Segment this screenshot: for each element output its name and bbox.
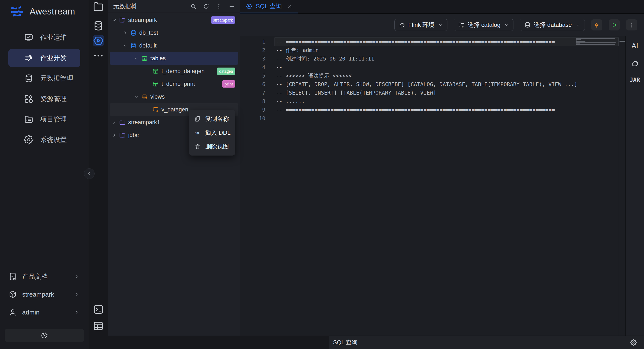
line-number: 2 <box>240 46 265 55</box>
sidebar-item-settings[interactable]: 系统设置 <box>8 131 80 149</box>
tree-item-badge: datagen <box>217 68 235 75</box>
app-logo: Awestream <box>10 6 75 17</box>
chevron-right-icon[interactable] <box>122 30 128 35</box>
code-line[interactable]: -- =====================================… <box>276 106 619 114</box>
sidebar: Awestream 作业运维作业开发元数据管理资源管理项目管理系统设置 产品文档… <box>0 0 89 349</box>
svg-text:c: c <box>462 25 463 28</box>
chevron-right-icon <box>74 292 79 297</box>
rail-terminal-button[interactable] <box>93 304 104 315</box>
tree-item-label: tables <box>150 55 166 62</box>
catalog-folder-icon: c <box>458 22 465 28</box>
gear-icon <box>24 135 34 144</box>
tree-item-t_demo_print[interactable]: t_demo_printprint <box>110 78 238 90</box>
rail-more-button[interactable] <box>93 50 104 61</box>
table-icon <box>152 68 159 75</box>
sidebar-item-resources[interactable]: 资源管理 <box>8 90 80 108</box>
ai-panel-button[interactable]: AI <box>632 42 638 50</box>
catalog-folder-icon: c <box>119 132 126 139</box>
code-line[interactable]: -- [CREATE, DROP, ALTER, SHOW, DESCRIBE]… <box>276 80 619 89</box>
sql-icon: SQL <box>194 130 201 136</box>
tab-sql-query[interactable]: SQL 查询 <box>240 0 298 14</box>
sidebar-item-job-ops[interactable]: 作业运维 <box>8 28 80 47</box>
code-line[interactable]: -- =====================================… <box>274 38 619 46</box>
sidebar-collapse-button[interactable] <box>84 168 94 179</box>
code-line[interactable]: -- 作者: admin <box>276 46 619 55</box>
rail-metadata-button[interactable] <box>93 20 104 32</box>
chevron-down-icon[interactable] <box>112 18 117 23</box>
theme-toggle-button[interactable] <box>5 329 84 342</box>
main-area: SQL 查询 Flink 环境c选择 catalog选择 database 12… <box>240 0 644 335</box>
code-line[interactable]: -- >>>>>> 语法提示 <<<<<< <box>276 72 619 80</box>
tree-item-db_test[interactable]: db_test <box>110 27 238 39</box>
chevron-left-icon <box>86 171 92 177</box>
more-button[interactable] <box>626 20 637 31</box>
context-menu-item-delete-view[interactable]: 删除视图 <box>189 140 235 153</box>
tree-item-default[interactable]: default <box>110 39 238 52</box>
catalog-dropdown[interactable]: c选择 catalog <box>454 19 514 31</box>
sidebar-item-metadata[interactable]: 元数据管理 <box>8 69 80 88</box>
copy-icon <box>194 116 201 122</box>
tab-label: SQL 查询 <box>256 2 282 11</box>
line-number: 5 <box>240 72 265 80</box>
flink-env-dropdown[interactable]: Flink 环境 <box>394 19 448 31</box>
flink-panel-button[interactable] <box>631 59 639 67</box>
tree-item-t_demo_datagen[interactable]: t_demo_datagendatagen <box>110 65 238 78</box>
tree-item-tables[interactable]: tables <box>110 52 238 65</box>
sidebar-item-projects[interactable]: 项目管理 <box>8 110 80 129</box>
tree-more-button[interactable] <box>216 3 222 10</box>
chevron-right-icon[interactable] <box>112 133 117 138</box>
context-menu-item-copy-name[interactable]: 复制名称 <box>189 112 235 126</box>
sql-editor[interactable]: 12345678910 -- =========================… <box>240 36 644 335</box>
database-icon <box>524 22 531 28</box>
code-line[interactable] <box>276 114 619 123</box>
tree-minimize-button[interactable] <box>228 3 235 10</box>
lightning-button[interactable] <box>591 20 602 31</box>
chevron-right-icon[interactable] <box>112 120 117 125</box>
svg-text:c: c <box>122 136 124 138</box>
tree-refresh-button[interactable] <box>203 3 209 10</box>
context-menu-item-insert-ddl[interactable]: SQL插入 DDL <box>189 126 235 140</box>
view-icon <box>152 106 159 113</box>
rail-results-button[interactable] <box>93 320 104 332</box>
line-number: 7 <box>240 89 265 97</box>
code-line[interactable]: -- [SELECT, INSERT] [TABLE(TEMPORARY TAB… <box>276 89 619 97</box>
close-icon[interactable] <box>287 4 292 9</box>
minimap-line <box>576 44 615 45</box>
lightning-icon <box>594 22 600 28</box>
sidebar-footer-item-docs[interactable]: 产品文档 <box>0 268 88 285</box>
tree-search-button[interactable] <box>190 3 196 10</box>
database-dropdown[interactable]: 选择 database <box>520 19 585 31</box>
chevron-down-icon[interactable] <box>134 94 139 99</box>
minimap-line <box>576 41 586 42</box>
catalog-folder-icon: c <box>119 17 126 24</box>
tree-item-views[interactable]: views <box>110 90 238 103</box>
code-line[interactable]: -- <box>276 63 619 72</box>
kebab-icon <box>628 22 635 28</box>
line-number: 8 <box>240 97 265 106</box>
editor-code[interactable]: -- =====================================… <box>272 38 619 123</box>
scrollbar-thumb[interactable] <box>620 41 625 42</box>
trash-icon <box>194 143 201 150</box>
sidebar-item-job-dev[interactable]: 作业开发 <box>8 49 80 67</box>
minimap-line <box>576 38 615 39</box>
circuit-icon <box>24 53 34 63</box>
sidebar-footer-label: admin <box>22 309 40 316</box>
sidebar-footer-item-streampark[interactable]: streampark <box>0 285 88 303</box>
jar-panel-button[interactable]: JAR <box>630 77 640 83</box>
editor-scrollbar[interactable] <box>619 36 626 335</box>
chevron-down-icon[interactable] <box>122 43 128 48</box>
rail-sql-dev-button[interactable] <box>93 35 104 47</box>
database-icon <box>24 74 34 83</box>
code-line[interactable]: -- ...... <box>276 97 619 106</box>
chevron-down-icon[interactable] <box>134 56 139 61</box>
tree-item-label: streampark1 <box>128 119 160 126</box>
context-menu-label: 删除视图 <box>205 143 229 151</box>
editor-minimap[interactable] <box>576 38 616 46</box>
rail-files-button[interactable] <box>93 1 104 12</box>
run-button[interactable] <box>609 20 620 31</box>
tree-item-streampark[interactable]: cstreamparkstreampark <box>110 14 238 27</box>
gear-icon[interactable] <box>630 339 637 346</box>
sidebar-footer-item-admin[interactable]: admin <box>0 303 88 321</box>
moon-icon <box>41 332 48 339</box>
code-line[interactable]: -- 创建时间: 2025-06-20 11:11:11 <box>276 55 619 63</box>
